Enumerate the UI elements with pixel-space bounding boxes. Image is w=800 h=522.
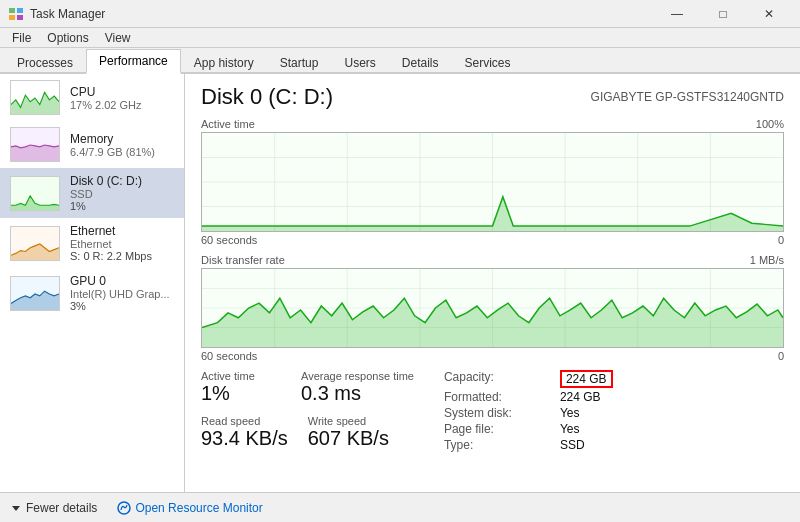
memory-info: Memory 6.4/7.9 GB (81%)	[70, 132, 174, 158]
sidebar-item-cpu[interactable]: CPU 17% 2.02 GHz	[0, 74, 184, 121]
disk-sub: SSD	[70, 188, 174, 200]
disk-title-text: Disk 0 (C: D:)	[201, 84, 333, 110]
svg-rect-2	[9, 15, 15, 20]
formatted-line: Formatted: 224 GB	[444, 390, 613, 404]
chart-transfer-rate: Disk transfer rate 1 MB/s	[201, 254, 784, 362]
system-disk-value: Yes	[560, 406, 580, 420]
chart1-bottom-left: 60 seconds	[201, 234, 257, 246]
page-file-key: Page file:	[444, 422, 554, 436]
chart1-area	[201, 132, 784, 232]
right-panel: Disk 0 (C: D:) GIGABYTE GP-GSTFS31240GNT…	[185, 74, 800, 492]
page-file-line: Page file: Yes	[444, 422, 613, 436]
svg-rect-3	[17, 15, 23, 20]
disk-thumbnail	[10, 176, 60, 211]
system-disk-line: System disk: Yes	[444, 406, 613, 420]
memory-title: Memory	[70, 132, 174, 146]
read-speed-label: Read speed	[201, 415, 288, 427]
open-resource-monitor-label: Open Resource Monitor	[135, 501, 262, 515]
chevron-down-icon	[10, 502, 22, 514]
svg-marker-7	[11, 243, 59, 259]
sidebar-item-ethernet[interactable]: Ethernet Ethernet S: 0 R: 2.2 Mbps	[0, 218, 184, 268]
ethernet-title: Ethernet	[70, 224, 174, 238]
tab-bar: Processes Performance App history Startu…	[0, 48, 800, 74]
svg-marker-8	[11, 291, 59, 310]
capacity-value: 224 GB	[560, 370, 613, 388]
title-bar-left: Task Manager	[8, 6, 105, 22]
app-title: Task Manager	[30, 7, 105, 21]
menu-view[interactable]: View	[97, 29, 139, 47]
menu-bar: File Options View	[0, 28, 800, 48]
sidebar-item-gpu[interactable]: GPU 0 Intel(R) UHD Grap... 3%	[0, 268, 184, 318]
tab-processes[interactable]: Processes	[4, 51, 86, 74]
formatted-value: 224 GB	[560, 390, 601, 404]
system-disk-key: System disk:	[444, 406, 554, 420]
maximize-button[interactable]: □	[700, 0, 746, 28]
cpu-title: CPU	[70, 85, 174, 99]
chart2-bottom-right: 0	[778, 350, 784, 362]
stats-section: Active time 1% Average response time 0.3…	[201, 370, 414, 460]
ethernet-info: Ethernet Ethernet S: 0 R: 2.2 Mbps	[70, 224, 174, 262]
capacity-key: Capacity:	[444, 370, 554, 388]
footer: Fewer details Open Resource Monitor	[0, 492, 800, 522]
ethernet-pct: S: 0 R: 2.2 Mbps	[70, 250, 174, 262]
close-button[interactable]: ✕	[746, 0, 792, 28]
gpu-title: GPU 0	[70, 274, 174, 288]
chart2-label-row: Disk transfer rate 1 MB/s	[201, 254, 784, 266]
tab-details[interactable]: Details	[389, 51, 452, 74]
avg-response-block: Average response time 0.3 ms	[301, 370, 414, 405]
sidebar-item-disk[interactable]: Disk 0 (C: D:) SSD 1%	[0, 168, 184, 218]
avg-response-value: 0.3 ms	[301, 382, 414, 405]
tab-services[interactable]: Services	[452, 51, 524, 74]
resource-monitor-icon	[117, 501, 131, 515]
disk-info-section: Capacity: 224 GB Formatted: 224 GB Syste…	[444, 370, 613, 454]
memory-thumbnail	[10, 127, 60, 162]
disk-title: Disk 0 (C: D:)	[70, 174, 174, 188]
tab-startup[interactable]: Startup	[267, 51, 332, 74]
taskmanager-icon	[8, 6, 24, 22]
chart2-bottom-left: 60 seconds	[201, 350, 257, 362]
open-resource-monitor-link[interactable]: Open Resource Monitor	[117, 501, 262, 515]
page-file-value: Yes	[560, 422, 580, 436]
svg-point-32	[118, 502, 130, 514]
stats-info-row: Active time 1% Average response time 0.3…	[201, 370, 784, 460]
ethernet-thumbnail	[10, 226, 60, 261]
ethernet-sub: Ethernet	[70, 238, 174, 250]
tab-performance[interactable]: Performance	[86, 49, 181, 74]
chart-active-time: Active time 100%	[201, 118, 784, 246]
svg-rect-0	[9, 8, 15, 13]
cpu-info: CPU 17% 2.02 GHz	[70, 85, 174, 111]
capacity-line: Capacity: 224 GB	[444, 370, 613, 388]
menu-options[interactable]: Options	[39, 29, 96, 47]
fewer-details-label: Fewer details	[26, 501, 97, 515]
fewer-details-button[interactable]: Fewer details	[10, 501, 97, 515]
disk-info: Disk 0 (C: D:) SSD 1%	[70, 174, 174, 212]
tab-app-history[interactable]: App history	[181, 51, 267, 74]
svg-marker-31	[12, 506, 20, 511]
tab-users[interactable]: Users	[331, 51, 388, 74]
write-speed-block: Write speed 607 KB/s	[308, 415, 389, 450]
gpu-info: GPU 0 Intel(R) UHD Grap... 3%	[70, 274, 174, 312]
chart1-top-label: Active time	[201, 118, 255, 130]
svg-rect-1	[17, 8, 23, 13]
chart2-bottom-row: 60 seconds 0	[201, 350, 784, 362]
disk-model-text: GIGABYTE GP-GSTFS31240GNTD	[591, 90, 784, 104]
formatted-key: Formatted:	[444, 390, 554, 404]
cpu-thumbnail	[10, 80, 60, 115]
menu-file[interactable]: File	[4, 29, 39, 47]
avg-response-label: Average response time	[301, 370, 414, 382]
active-time-label: Active time	[201, 370, 281, 382]
minimize-button[interactable]: —	[654, 0, 700, 28]
chart2-top-label: Disk transfer rate	[201, 254, 285, 266]
main-content: CPU 17% 2.02 GHz Memory 6.4/7.9 GB (81%)	[0, 74, 800, 492]
write-speed-value: 607 KB/s	[308, 427, 389, 450]
write-speed-label: Write speed	[308, 415, 389, 427]
chart1-bottom-right: 0	[778, 234, 784, 246]
speed-row: Read speed 93.4 KB/s Write speed 607 KB/…	[201, 415, 414, 450]
type-value: SSD	[560, 438, 585, 452]
sidebar-item-memory[interactable]: Memory 6.4/7.9 GB (81%)	[0, 121, 184, 168]
memory-sub: 6.4/7.9 GB (81%)	[70, 146, 174, 158]
chart1-bottom-row: 60 seconds 0	[201, 234, 784, 246]
gpu-sub: Intel(R) UHD Grap...	[70, 288, 174, 300]
read-speed-value: 93.4 KB/s	[201, 427, 288, 450]
title-bar: Task Manager — □ ✕	[0, 0, 800, 28]
